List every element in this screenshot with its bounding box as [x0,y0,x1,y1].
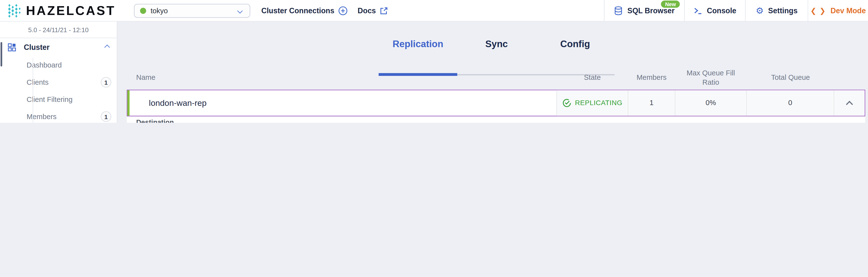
plus-circle-icon [338,6,348,16]
hazelcast-logo[interactable]: HAZELCAST [7,3,116,19]
console-label: Console [707,7,736,15]
wan-replication-detail: Destination londonPublisherId Hide detai… [127,117,865,123]
hazelcast-logo-icon [7,3,22,19]
hazelcast-management-center: HAZELCAST tokyo Cluster Connections Docs [0,0,868,123]
destination-label: Destination [136,119,174,123]
row-accent-bar [127,90,130,116]
dev-mode-label: Dev Mode [831,7,866,15]
tab-replication[interactable]: Replication [378,35,457,54]
version-info: 5.0 - 24/11/21 - 12:10 [0,22,117,38]
chevron-down-icon [237,8,243,13]
column-header-state: State [584,73,601,82]
wan-replication-name: london-wan-rep [149,90,207,116]
sidebar-section-cluster[interactable]: Cluster [0,38,117,57]
cluster-selector-dropdown[interactable]: tokyo [134,4,250,18]
state-cell: REPLICATING [556,90,628,116]
settings-label: Settings [768,7,798,15]
top-bar-actions: New SQL Browser Console [604,0,868,22]
external-link-icon [380,7,388,15]
collapse-row-button[interactable] [834,90,864,116]
logo-wordmark: HAZELCAST [26,3,116,19]
settings-button[interactable]: ⚙ Settings [745,0,808,22]
total-queue-cell: 0 [746,90,834,116]
console-button[interactable]: Console [684,0,745,22]
wan-tabs: Replication Sync Config [378,35,614,54]
grid-icon [8,43,17,52]
sql-browser-label: SQL Browser [627,7,675,15]
database-icon [614,6,623,16]
wan-replication-row[interactable]: london-wan-rep REPLICATING 1 0% 0 [127,90,865,116]
code-brackets-icon: ❮ ❯ [810,7,826,15]
active-tab-indicator [378,73,457,76]
clients-count-badge: 1 [101,77,111,87]
cluster-connections-button[interactable]: Cluster Connections [261,0,348,22]
sql-browser-button[interactable]: New SQL Browser [604,0,684,22]
terminal-icon [693,7,702,15]
tab-sync[interactable]: Sync [457,35,536,54]
tab-config[interactable]: Config [536,35,614,54]
cluster-connections-label: Cluster Connections [261,7,334,15]
column-header-total-queue: Total Queue [771,73,810,82]
max-queue-fill-ratio-cell: 0% [675,90,746,116]
sidebar-item-client-filtering[interactable]: Client Filtering [0,91,117,108]
chevron-up-icon [846,101,853,108]
members-cell: 1 [628,90,675,116]
gear-icon: ⚙ [756,6,764,15]
sidebar-section-label: Cluster [24,43,105,52]
chevron-up-icon [104,45,110,50]
sidebar-item-members[interactable]: Members 1 [0,108,117,123]
top-bar: HAZELCAST tokyo Cluster Connections Docs [0,0,868,22]
docs-label: Docs [358,7,376,15]
sidebar: 5.0 - 24/11/21 - 12:10 Cluster Dashboard… [0,22,117,123]
members-count-badge: 1 [101,111,111,122]
wan-state-value: REPLICATING [575,99,622,107]
column-header-name: Name [136,73,155,82]
new-badge: New [661,0,680,8]
dev-mode-button[interactable]: ❮ ❯ Dev Mode [808,0,868,22]
cluster-selector-value: tokyo [151,7,168,15]
column-header-members: Members [637,73,666,82]
cluster-nav-items: Dashboard Clients 1 Client Filtering Mem… [0,57,117,123]
sidebar-item-dashboard[interactable]: Dashboard [0,57,117,74]
column-header-max-queue-fill-ratio: Max Queue Fill Ratio [680,68,741,87]
sidebar-item-clients[interactable]: Clients 1 [0,74,117,91]
check-circle-icon [562,98,571,107]
cluster-status-dot [140,8,146,14]
docs-link[interactable]: Docs [358,0,388,22]
